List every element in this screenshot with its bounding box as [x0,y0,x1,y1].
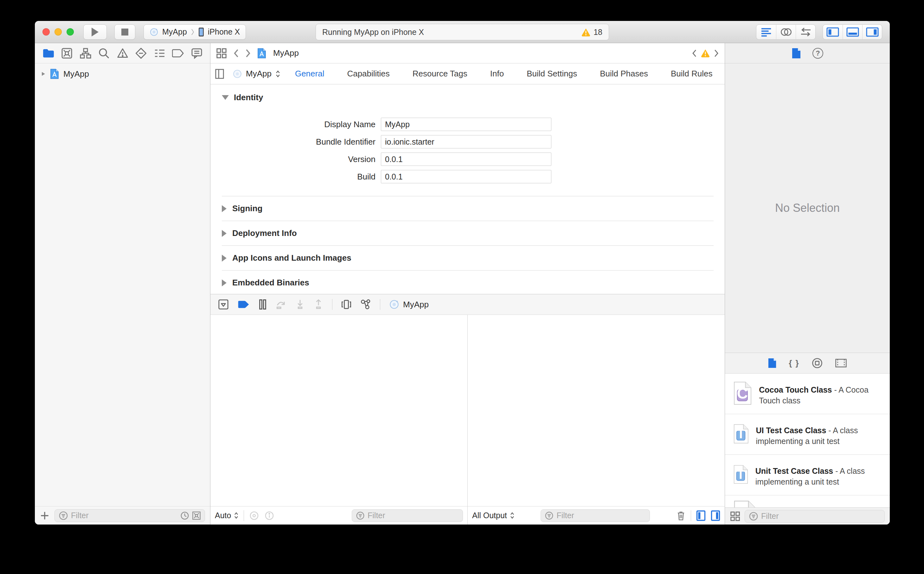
tab-capabilities[interactable]: Capabilities [347,69,390,79]
add-button[interactable] [40,511,49,520]
scm-status-filter-icon[interactable] [192,511,201,520]
svg-text:C: C [737,385,748,402]
section-title: Embedded Binaries [232,278,309,288]
report-navigator-button[interactable] [190,46,204,60]
library-item-title: Cocoa Touch Class [759,385,832,394]
target-name-label: MyApp [246,69,272,79]
standard-editor-button[interactable] [756,25,776,39]
build-field[interactable] [381,170,552,183]
file-templates-button[interactable] [768,358,777,369]
test-navigator-button[interactable] [134,46,148,60]
library-item-partial[interactable] [725,495,890,508]
template-file-icon [733,500,757,508]
next-issue-button[interactable] [714,49,719,57]
version-field[interactable] [381,153,552,166]
hide-debug-area-button[interactable] [218,299,229,310]
debug-navigator-button[interactable] [153,46,167,60]
pause-button[interactable] [259,299,267,310]
navigator-tab-bar [35,43,210,63]
view-debugger-button[interactable] [341,299,351,310]
disclosure-open-icon[interactable] [222,95,229,100]
disclosure-closed-icon[interactable] [222,205,226,212]
media-library-button[interactable] [835,358,847,368]
zoom-button[interactable] [66,28,74,36]
symbol-navigator-button[interactable] [79,46,93,60]
variables-view-toggle-button[interactable] [696,510,706,521]
variables-scope-selector[interactable]: Auto [215,511,239,520]
step-over-button[interactable] [276,300,286,309]
inspector-toggle-button[interactable] [862,25,882,39]
debug-process-selector[interactable]: MyApp [389,300,429,309]
deployment-info-section-header[interactable]: Deployment Info [222,221,713,246]
library-item-cocoa-touch-class[interactable]: C Cocoa Touch Class - A Cocoa Touch clas… [725,374,890,414]
display-name-field[interactable] [381,118,552,131]
file-inspector-button[interactable] [792,47,801,59]
close-button[interactable] [42,28,50,36]
library-item-ui-test-case-class[interactable]: T UI Test Case Class - A class implement… [725,414,890,455]
jump-bar-file-label[interactable]: MyApp [273,48,299,58]
tab-general[interactable]: General [295,69,324,79]
breakpoints-toggle-button[interactable] [238,300,250,309]
tab-resource-tags[interactable]: Resource Tags [413,69,467,79]
signing-section-header[interactable]: Signing [222,196,713,221]
project-navigator-item[interactable]: MyApp [35,66,210,81]
bundle-identifier-field[interactable] [381,135,552,148]
disclosure-closed-icon[interactable] [222,230,226,237]
issue-navigator-button[interactable] [116,46,130,60]
target-circle-icon [389,300,399,309]
disclosure-closed-icon[interactable] [222,255,226,262]
app-icons-section-header[interactable]: App Icons and Launch Images [222,246,713,270]
library-filter-input[interactable] [761,511,881,521]
navigator-filter-bar [35,506,210,525]
step-out-button[interactable] [314,300,323,309]
debug-area-toggle-button[interactable] [842,25,862,39]
back-button[interactable] [233,49,239,58]
document-outline-toggle-icon[interactable] [215,68,224,80]
issue-warning-icon[interactable] [701,49,710,57]
recent-files-filter-icon[interactable] [180,511,189,520]
divider [244,510,244,521]
tab-build-rules[interactable]: Build Rules [671,69,713,79]
disclosure-closed-icon[interactable] [222,279,226,286]
warning-badge[interactable]: 18 [581,28,602,37]
info-button[interactable] [264,511,274,521]
embedded-binaries-section-header[interactable]: Embedded Binaries [222,270,713,294]
tab-info[interactable]: Info [490,69,504,79]
objects-library-button[interactable] [811,357,823,369]
run-button[interactable] [83,24,107,39]
variables-filter-input[interactable] [368,511,459,520]
identity-section-header[interactable]: Identity [222,93,713,102]
navigator-filter-input[interactable] [71,511,178,520]
help-inspector-button[interactable]: ? [812,48,823,59]
target-selector[interactable]: MyApp [233,69,280,79]
version-editor-button[interactable] [796,25,815,39]
show-values-button[interactable] [249,511,259,521]
navigator-toggle-button[interactable] [823,25,842,39]
filter-icon [749,511,758,521]
tab-build-settings[interactable]: Build Settings [526,69,577,79]
library-item-unit-test-case-class[interactable]: T Unit Test Case Class - A class impleme… [725,455,890,495]
console-scope-selector[interactable]: All Output [472,511,515,520]
previous-issue-button[interactable] [692,49,697,57]
clear-console-button[interactable] [676,510,686,521]
memory-graph-button[interactable] [360,299,371,310]
minimize-button[interactable] [55,28,62,36]
disclosure-triangle-icon[interactable] [41,71,46,77]
project-navigator-button[interactable] [41,46,55,60]
find-navigator-button[interactable] [97,46,111,60]
navigator-filter-field [55,509,205,522]
forward-button[interactable] [245,49,251,58]
breakpoint-navigator-button[interactable] [171,46,185,60]
grid-view-button[interactable] [730,511,740,521]
tab-build-phases[interactable]: Build Phases [600,69,648,79]
source-control-navigator-button[interactable] [60,46,74,60]
related-items-icon[interactable] [216,48,227,59]
stop-button[interactable] [115,24,135,39]
console-filter-input[interactable] [556,511,646,520]
step-into-button[interactable] [295,300,305,309]
library-tab-bar: { } [725,353,890,374]
code-snippets-button[interactable]: { } [789,358,799,368]
console-view-toggle-button[interactable] [711,510,720,521]
assistant-editor-button[interactable] [776,25,796,39]
scheme-selector[interactable]: MyApp iPhone X [143,24,246,39]
